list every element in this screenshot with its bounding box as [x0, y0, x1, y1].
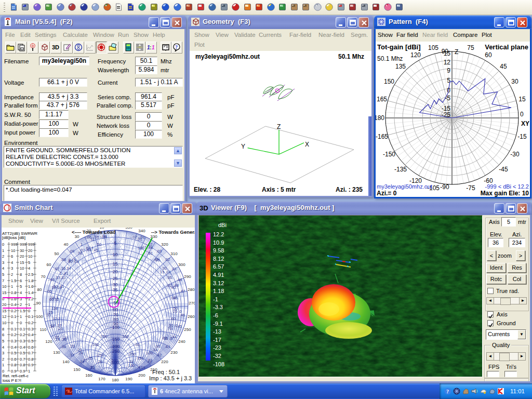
svg-text:.42: .42: [156, 353, 162, 357]
svg-text:0.5: 0.5: [20, 351, 25, 355]
svg-text:0.7: 0.7: [28, 351, 33, 355]
svg-text:30 .0: 30 .0: [169, 323, 178, 328]
svg-text:0.3: 0.3: [28, 327, 33, 331]
svg-text:0.7: 0.7: [20, 357, 25, 362]
svg-text:300: 300: [178, 262, 185, 267]
svg-text:0.1: 0.1: [28, 314, 33, 319]
svg-text:150: 150: [384, 78, 394, 85]
svg-text:0.5: 0.5: [11, 351, 16, 355]
svg-text:-165: -165: [376, 133, 388, 140]
svg-text:230: 230: [170, 350, 178, 355]
svg-text:-9.1: -9.1: [213, 321, 223, 327]
svg-text:.43: .43: [165, 344, 170, 349]
svg-text:0.4: 0.4: [11, 345, 16, 350]
svg-text:0.4: 0.4: [20, 345, 25, 350]
svg-text:10: 10: [28, 254, 32, 259]
svg-text:0.4: 0.4: [11, 302, 16, 307]
svg-text:.01: .01: [171, 267, 177, 271]
svg-text:3: 3: [11, 266, 13, 271]
svg-text:15: 15: [518, 96, 526, 103]
svg-text:0: 0: [28, 309, 30, 313]
svg-text:X: X: [305, 141, 309, 148]
svg-text:0.8: 0.8: [11, 290, 16, 295]
svg-text:90: 90: [442, 48, 449, 55]
svg-text:.03: .03: [170, 296, 176, 300]
svg-text:6: 6: [11, 254, 13, 259]
svg-text:0: 0: [114, 228, 117, 229]
svg-text:-135: -135: [394, 166, 407, 173]
svg-text:-23: -23: [213, 344, 221, 351]
svg-text:.03: .03: [156, 249, 162, 254]
svg-text:35.: 35.: [113, 287, 119, 292]
svg-text:0.9: 0.9: [20, 369, 25, 374]
svg-text:12.2: 12.2: [53, 316, 61, 321]
svg-text:260: 260: [188, 314, 195, 319]
svg-text:0: 0: [2, 369, 4, 374]
svg-text:-.06 -.05 -.04: -.06 -.05 -.04: [85, 235, 107, 240]
svg-text:8: 8: [20, 272, 22, 277]
svg-text:50.: 50.: [97, 242, 102, 247]
svg-text:XY: XY: [521, 120, 529, 127]
svg-text:250: 250: [129, 352, 136, 356]
svg-text:8: 8: [2, 327, 4, 331]
svg-text:15: 15: [2, 309, 6, 313]
svg-text:150.: 150.: [137, 356, 145, 361]
svg-text:.23: .23: [70, 344, 75, 349]
svg-text:25 .0: 25 .0: [173, 309, 182, 314]
svg-text:50: 50: [55, 251, 59, 256]
svg-text:.07: .07: [54, 267, 59, 271]
svg-text:-50.: -50.: [135, 342, 141, 347]
svg-text:35 .0: 35 .0: [164, 336, 172, 341]
svg-text:loss P E?!: loss P E?!: [3, 378, 21, 383]
svg-text:0.5: 0.5: [28, 339, 33, 343]
svg-text:-45: -45: [499, 166, 508, 173]
svg-text:4.91: 4.91: [213, 272, 224, 278]
svg-text:290: 290: [184, 274, 191, 279]
svg-text:10: 10: [2, 284, 6, 289]
svg-text:10: 10: [20, 266, 24, 271]
svg-text:6: 6: [2, 332, 4, 337]
svg-text:999: 999: [20, 242, 26, 247]
svg-text:4: 4: [2, 266, 4, 271]
svg-text:340: 340: [138, 229, 145, 233]
svg-text:.37: .37: [69, 353, 74, 357]
svg-text:.07 .44-.45: .07 .44-.45: [79, 248, 98, 252]
svg-text:12.2: 12.2: [213, 231, 224, 237]
svg-text:dBi: dBi: [218, 222, 227, 228]
svg-text:1.4: 1.4: [28, 290, 33, 295]
svg-text:4: 4: [20, 290, 22, 295]
svg-text:60.: 60.: [113, 307, 119, 312]
svg-text:250: 250: [112, 349, 119, 354]
svg-text:280: 280: [188, 287, 195, 292]
svg-text:240: 240: [178, 339, 185, 344]
svg-text:75: 75: [467, 44, 474, 51]
svg-text:350: 350: [125, 228, 132, 230]
svg-text:15.: 15.: [113, 261, 119, 267]
svg-text:150.: 150.: [123, 334, 130, 339]
svg-text:200: 200: [138, 373, 145, 378]
svg-text:0.8: 0.8: [20, 363, 25, 367]
svg-text:0.1: 0.1: [20, 327, 25, 331]
svg-text:0.1: 0.1: [11, 314, 16, 319]
svg-text:-.02 -.01: -.02 -.01: [130, 235, 145, 240]
svg-text:.27: .27: [82, 358, 87, 363]
svg-text:.33: .33: [147, 358, 152, 363]
svg-text:150: 150: [73, 367, 81, 372]
svg-text:Z: Z: [455, 48, 458, 56]
svg-text:30: 30: [20, 248, 24, 253]
svg-text:1: 1: [28, 369, 30, 374]
svg-text:150: 150: [112, 337, 119, 342]
svg-text:9.58: 9.58: [213, 247, 224, 254]
svg-text:.47: .47: [180, 289, 185, 294]
svg-text:.36: .36: [61, 344, 66, 349]
svg-text:-13: -13: [213, 328, 221, 335]
svg-text:25.: 25.: [113, 276, 119, 281]
svg-text:.08: .08: [61, 257, 66, 262]
svg-text:40 .09: 40 .09: [68, 259, 79, 264]
svg-text:60: 60: [47, 262, 51, 267]
svg-text:10: 10: [11, 248, 15, 253]
svg-text:12: 12: [444, 59, 451, 66]
svg-text:-1: -1: [213, 296, 218, 302]
svg-text:-3.3: -3.3: [213, 304, 223, 310]
svg-text:70: 70: [41, 274, 46, 279]
